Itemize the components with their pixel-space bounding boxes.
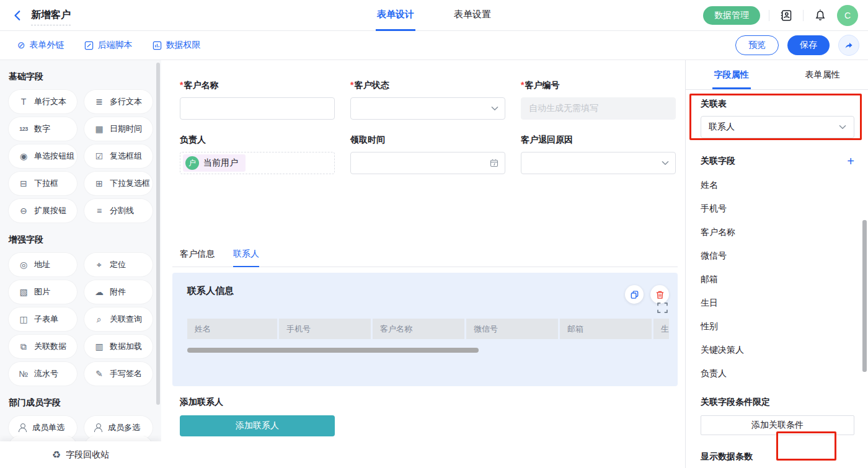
field-item-label: 流水号 bbox=[34, 368, 58, 379]
claim-time-date-input[interactable] bbox=[350, 152, 505, 174]
field-item-checkbox-group[interactable]: ☑复选框组 bbox=[84, 144, 153, 168]
preview-button[interactable]: 预览 bbox=[735, 35, 779, 55]
field-item-radio-group[interactable]: ◉单选按钮组 bbox=[9, 144, 77, 168]
user-avatar[interactable]: C bbox=[837, 5, 858, 26]
related-field-item[interactable]: 负责人 bbox=[701, 368, 854, 379]
contact-subform-panel[interactable]: 联系人信息 姓名 手机号 客户名称 bbox=[172, 273, 678, 386]
field-item-divider[interactable]: ≡分割线 bbox=[84, 199, 153, 223]
tab-form-settings[interactable]: 表单设置 bbox=[453, 0, 492, 31]
divider-icon: ≡ bbox=[94, 206, 105, 216]
related-field-item[interactable]: 手机号 bbox=[701, 203, 854, 214]
delete-button[interactable] bbox=[650, 285, 669, 304]
datetime-icon: ▦ bbox=[94, 124, 105, 134]
field-item-extend-button[interactable]: ⊖扩展按钮 bbox=[9, 199, 77, 223]
data-manage-button[interactable]: 数据管理 bbox=[703, 6, 760, 25]
field-item-serial-number[interactable]: №流水号 bbox=[9, 362, 77, 386]
field-item-subform[interactable]: ◫子表单 bbox=[9, 307, 77, 331]
field-item-image[interactable]: ▧图片 bbox=[9, 280, 77, 304]
field-item-related-data[interactable]: ⧉关联数据 bbox=[9, 335, 77, 358]
back-chevron-icon bbox=[12, 10, 24, 21]
field-item-label: 下拉框 bbox=[34, 178, 58, 189]
customer-number-input: 自动生成无需填写 bbox=[521, 97, 676, 120]
single-line-text-icon: T bbox=[18, 97, 29, 107]
form-field-claim-time[interactable]: 领取时间 bbox=[350, 135, 505, 174]
related-query-icon: ⌕ bbox=[94, 314, 105, 325]
field-item-signature[interactable]: ✎手写签名 bbox=[84, 362, 153, 386]
address-icon: ◎ bbox=[18, 260, 29, 270]
form-external-link[interactable]: ⊘ 表单外链 bbox=[17, 40, 64, 51]
backend-script-link[interactable]: 后端脚本 bbox=[84, 40, 133, 51]
tab-form-properties[interactable]: 表单属性 bbox=[777, 60, 868, 89]
link-icon: ⊘ bbox=[17, 40, 25, 51]
owner-field[interactable]: 户 当前用户 bbox=[180, 152, 335, 174]
field-item-select[interactable]: ⊟下拉框 bbox=[9, 172, 77, 195]
tab-field-properties[interactable]: 字段属性 bbox=[686, 60, 777, 89]
add-condition-button[interactable]: 添加关联条件 bbox=[701, 415, 854, 435]
required-asterisk: * bbox=[521, 80, 524, 90]
field-item-address[interactable]: ◎地址 bbox=[9, 253, 77, 276]
multi-select-icon: ⊞ bbox=[94, 179, 105, 188]
top-bar: 新增客户 表单设计 表单设置 数据管理 bbox=[0, 0, 868, 31]
related-field-item[interactable]: 性别 bbox=[701, 321, 854, 332]
related-table-select[interactable]: 联系人 bbox=[701, 116, 854, 138]
customer-status-select[interactable] bbox=[350, 97, 505, 120]
subform-horizontal-scrollbar[interactable] bbox=[187, 348, 479, 353]
backend-script-label: 后端脚本 bbox=[98, 40, 133, 51]
field-item-multi-select[interactable]: ⊞下拉复选框 bbox=[84, 172, 153, 195]
related-field-item[interactable]: 邮箱 bbox=[701, 274, 854, 285]
sidebar-scrollbar[interactable] bbox=[156, 63, 160, 405]
related-field-item[interactable]: 关键决策人 bbox=[701, 345, 854, 356]
form-field-customer-name[interactable]: *客户名称 bbox=[180, 80, 335, 120]
share-button[interactable] bbox=[838, 35, 859, 56]
related-field-item[interactable]: 生日 bbox=[701, 298, 854, 309]
field-item-label: 成员多选 bbox=[108, 422, 140, 433]
field-item-single-line-text[interactable]: T单行文本 bbox=[9, 90, 77, 113]
tab-customer-info[interactable]: 客户信息 bbox=[180, 249, 215, 267]
field-item-number[interactable]: 123数字 bbox=[9, 117, 77, 141]
required-asterisk: * bbox=[350, 80, 353, 90]
field-label: *客户状态 bbox=[350, 80, 505, 91]
field-item-label: 关联查询 bbox=[110, 314, 142, 325]
field-recycle-bin[interactable]: ♻ 字段回收站 bbox=[0, 441, 161, 468]
field-item-location[interactable]: ⌖定位 bbox=[84, 253, 153, 276]
copy-button[interactable] bbox=[625, 285, 644, 304]
contact-book-icon[interactable] bbox=[778, 7, 794, 24]
notification-bell-icon[interactable] bbox=[812, 7, 828, 24]
field-item-attachment[interactable]: ☁附件 bbox=[84, 280, 153, 304]
data-permission-link[interactable]: 数据权限 bbox=[153, 40, 201, 51]
chevron-down-icon bbox=[662, 161, 669, 166]
field-item-data-load[interactable]: ▥数据加载 bbox=[84, 335, 153, 358]
tab-contacts[interactable]: 联系人 bbox=[233, 249, 259, 267]
form-field-customer-status[interactable]: *客户状态 bbox=[350, 80, 505, 120]
related-field-item[interactable]: 客户名称 bbox=[701, 227, 854, 238]
save-button[interactable]: 保存 bbox=[787, 35, 830, 55]
related-field-item[interactable]: 姓名 bbox=[701, 180, 854, 191]
add-contact-button[interactable]: 添加联系人 bbox=[180, 415, 335, 436]
canvas-tabs: 客户信息 联系人 bbox=[172, 249, 678, 267]
field-item-datetime[interactable]: ▦日期时间 bbox=[84, 117, 153, 141]
column-header: 邮箱 bbox=[560, 319, 652, 339]
copy-icon bbox=[630, 290, 639, 299]
form-field-return-reason[interactable]: 客户退回原因 bbox=[521, 135, 676, 174]
related-fields-label: 关联字段 bbox=[701, 156, 735, 167]
properties-scrollbar[interactable] bbox=[862, 220, 867, 372]
field-item-multi-line-text[interactable]: ≣多行文本 bbox=[84, 90, 153, 113]
form-field-customer-number[interactable]: *客户编号 自动生成无需填写 bbox=[521, 80, 676, 120]
field-item-label: 单选按钮组 bbox=[34, 151, 74, 162]
user-tag-label: 当前用户 bbox=[203, 157, 238, 169]
field-item-label: 单行文本 bbox=[34, 96, 66, 107]
tab-form-design[interactable]: 表单设计 bbox=[376, 0, 415, 31]
form-toolbar: ⊘ 表单外链 后端脚本 数据权限 预览 保存 bbox=[0, 31, 868, 60]
return-reason-select[interactable] bbox=[521, 152, 676, 174]
page-title: 新增客户 bbox=[31, 9, 71, 25]
form-field-owner[interactable]: 负责人 户 当前用户 bbox=[180, 135, 335, 174]
related-field-item[interactable]: 微信号 bbox=[701, 250, 854, 262]
form-external-link-label: 表单外链 bbox=[30, 40, 64, 51]
add-related-field-button[interactable]: + bbox=[847, 155, 854, 167]
script-icon bbox=[84, 41, 94, 50]
field-item-related-query[interactable]: ⌕关联查询 bbox=[84, 307, 153, 331]
current-user-tag: 户 当前用户 bbox=[183, 154, 246, 172]
back-button[interactable] bbox=[12, 10, 24, 21]
customer-name-input[interactable] bbox=[180, 97, 335, 120]
data-load-icon: ▥ bbox=[94, 342, 105, 351]
